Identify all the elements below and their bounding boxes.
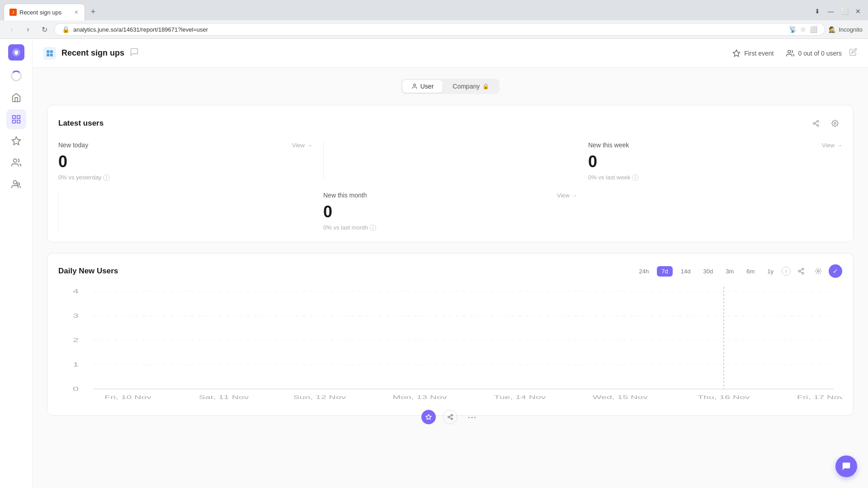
edit-icon[interactable]	[849, 48, 857, 58]
chart-settings-button[interactable]	[811, 264, 825, 278]
toggle-tabs: User Company 🔒	[47, 79, 854, 94]
stat-week-view-label: View	[822, 142, 835, 149]
minimize-button[interactable]: —	[825, 5, 837, 18]
stat-week-view[interactable]: View →	[822, 142, 842, 149]
chart-bottom-settings-button[interactable]	[421, 410, 436, 424]
user-toggle-button[interactable]: User	[402, 80, 443, 93]
stat-month-comparison: 0% vs last month i	[323, 224, 577, 231]
stat-today-label: New today	[58, 141, 88, 149]
chart-info-icon[interactable]: i	[782, 267, 791, 276]
settings-button[interactable]	[828, 116, 842, 131]
june-logo-icon	[12, 48, 21, 57]
downloads-icon[interactable]: ⬇	[811, 5, 824, 18]
svg-line-19	[815, 124, 817, 125]
chart-header: Daily New Users 24h 7d 14d 30d 3m 6m 1y …	[58, 264, 842, 278]
time-btn-14d[interactable]: 14d	[676, 266, 695, 277]
svg-point-18	[817, 125, 819, 127]
stat-month-view[interactable]: View →	[557, 192, 577, 199]
svg-rect-1	[12, 116, 15, 118]
chat-bubble-button[interactable]	[835, 455, 857, 477]
explore-icon	[11, 136, 21, 146]
latest-users-header: Latest users	[58, 116, 842, 131]
time-btn-1y[interactable]: 1y	[763, 266, 778, 277]
incognito-badge: 🕵 Incognito	[829, 26, 863, 33]
address-bar[interactable]: 🔒 analytics.june.so/a/14631/report/18967…	[54, 23, 825, 36]
svg-text:Thu, 16 Nov: Thu, 16 Nov	[698, 394, 750, 400]
info-icon-today[interactable]: i	[103, 174, 109, 181]
chart-settings-icon	[815, 267, 822, 275]
svg-text:Sun, 12 Nov: Sun, 12 Nov	[293, 394, 346, 400]
maximize-button[interactable]: ⬜	[838, 5, 851, 18]
sidebar-item-home[interactable]	[6, 88, 26, 108]
url-text: analytics.june.so/a/14631/report/189671?…	[73, 26, 785, 33]
daily-users-card: Daily New Users 24h 7d 14d 30d 3m 6m 1y …	[47, 253, 854, 416]
page-icon	[43, 47, 56, 60]
share-icon	[812, 120, 820, 127]
time-btn-6m[interactable]: 6m	[742, 266, 759, 277]
company-toggle-button[interactable]: Company 🔒	[443, 80, 498, 93]
sidebar-item-reports[interactable]	[6, 109, 26, 129]
svg-rect-4	[12, 120, 15, 123]
users-count[interactable]: 0 out of 0 users	[786, 49, 842, 57]
sidebar-item-groups[interactable]	[6, 174, 26, 194]
share-button[interactable]	[809, 116, 823, 131]
svg-line-25	[800, 272, 802, 273]
sidebar-logo[interactable]	[8, 44, 24, 61]
svg-text:0: 0	[73, 386, 79, 392]
svg-text:Sat, 11 Nov: Sat, 11 Nov	[199, 394, 249, 400]
chart-bottom-share-button[interactable]	[443, 410, 458, 424]
close-window-button[interactable]: ✕	[852, 5, 864, 18]
svg-rect-10	[50, 50, 53, 53]
svg-point-6	[13, 159, 16, 162]
stat-new-month: New this month View → 0 0% vs last month…	[323, 192, 577, 231]
latest-users-card: Latest users	[47, 105, 854, 242]
time-btn-24h[interactable]: 24h	[635, 266, 654, 277]
forward-button[interactable]: ›	[22, 23, 34, 36]
svg-rect-9	[47, 50, 49, 53]
chart-bottom-share-icon	[447, 414, 453, 420]
address-bar-row: ‹ › ↻ 🔒 analytics.june.so/a/14631/report…	[0, 20, 868, 38]
time-btn-30d[interactable]: 30d	[698, 266, 717, 277]
sparkle-icon	[732, 49, 741, 57]
bookmark-icon[interactable]: ☆	[800, 26, 806, 33]
chart-bottom-more-button[interactable]: ⋯	[465, 410, 479, 424]
first-event-button[interactable]: First event	[727, 47, 779, 60]
svg-text:Fri, 10 Nov: Fri, 10 Nov	[104, 394, 151, 400]
content-area: User Company 🔒 Latest users	[33, 68, 868, 488]
stat-today-view[interactable]: View →	[292, 142, 312, 149]
reports-icon	[11, 114, 21, 124]
info-icon-month[interactable]: i	[370, 225, 376, 231]
back-button[interactable]: ‹	[5, 23, 18, 36]
svg-point-22	[802, 268, 804, 270]
users-count-label: 0 out of 0 users	[798, 50, 842, 57]
new-tab-button[interactable]: +	[87, 6, 99, 19]
svg-line-20	[815, 122, 817, 123]
chart-bottom-bar: ⋯	[58, 406, 842, 428]
chart-share-button[interactable]	[794, 264, 808, 278]
chart-check-button[interactable]: ✓	[829, 264, 842, 278]
comment-icon[interactable]	[130, 47, 139, 59]
active-tab[interactable]: J Recent sign ups ×	[4, 4, 85, 20]
stat-week-label: New this week	[588, 141, 629, 149]
latest-users-actions	[809, 116, 842, 131]
stats-row: New today View → 0 0% vs yesterday i	[58, 141, 842, 231]
groups-icon	[11, 179, 21, 189]
stat-month-value: 0	[323, 202, 577, 221]
time-btn-7d[interactable]: 7d	[657, 266, 672, 277]
sidebar-item-explore[interactable]	[6, 131, 26, 151]
stat-week-comparison: 0% vs last week i	[588, 174, 842, 181]
stat-divider-1	[323, 141, 324, 181]
extensions-icon[interactable]: ⬜	[810, 26, 817, 33]
time-btn-3m[interactable]: 3m	[721, 266, 738, 277]
svg-point-48	[451, 414, 453, 416]
loading-spinner	[6, 66, 26, 86]
refresh-button[interactable]: ↻	[38, 23, 51, 36]
sidebar-item-users[interactable]	[6, 153, 26, 173]
stat-week-arrow: →	[836, 142, 842, 149]
chart-title: Daily New Users	[58, 267, 118, 276]
stat-week-value: 0	[588, 152, 842, 171]
svg-rect-2	[17, 116, 19, 118]
svg-text:Wed, 15 Nov: Wed, 15 Nov	[593, 394, 648, 400]
info-icon-week[interactable]: i	[632, 174, 638, 181]
tab-close-button[interactable]: ×	[74, 8, 79, 17]
